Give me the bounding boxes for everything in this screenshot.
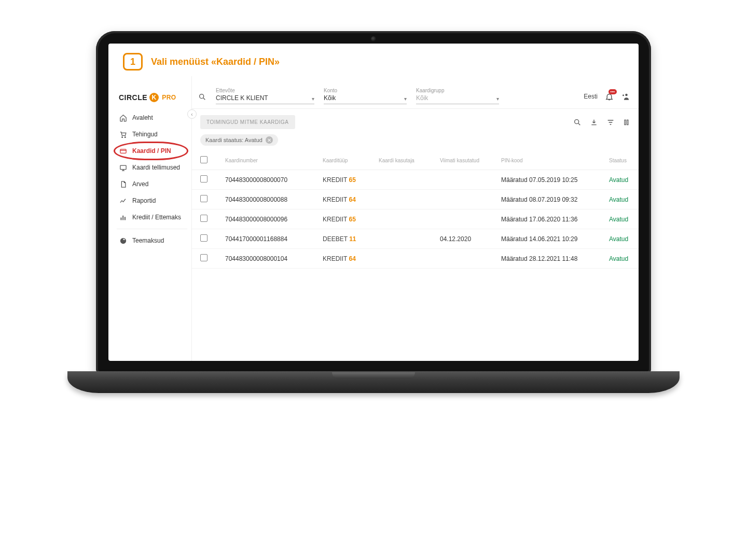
sidebar-item-arved[interactable]: Arved	[117, 176, 187, 192]
download-icon	[590, 118, 598, 127]
table-row[interactable]: 704483000008000070KREDIIT 65Määratud 07.…	[192, 170, 639, 190]
download-button[interactable]	[590, 118, 598, 127]
svg-rect-4	[120, 217, 121, 220]
filter-chip-remove[interactable]: ✕	[266, 136, 273, 144]
sidebar-item-label: Kaardi tellimused	[132, 164, 180, 171]
sidebar-item-kaardi-tellimused[interactable]: Kaardi tellimused	[117, 159, 187, 176]
brand-k-badge-icon: K	[149, 93, 159, 102]
callout-step-badge: 1	[123, 53, 143, 71]
sidebar-item-raportid[interactable]: Raportid	[117, 192, 187, 209]
row-checkbox[interactable]	[200, 254, 208, 261]
trend-icon	[119, 197, 127, 205]
toll-icon	[119, 236, 127, 245]
cell-number: 704483000008000070	[225, 176, 319, 184]
svg-point-7	[200, 94, 204, 99]
sidebar-item-label: Arved	[132, 180, 148, 188]
app-root: CIRCLE K PRO Avaleht Teh	[108, 76, 639, 361]
cell-pin: Määratud 28.12.2021 11:48	[501, 255, 605, 262]
notification-badge: •••	[608, 89, 617, 94]
table-row[interactable]: 704483000008000096KREDIIT 65Määratud 17.…	[192, 209, 639, 229]
sidebar-item-teemaksud[interactable]: Teemaksud	[117, 232, 187, 249]
svg-point-0	[121, 136, 122, 137]
account-select[interactable]: Konto Kõik ▾	[324, 88, 407, 104]
chevron-down-icon: ▾	[404, 96, 407, 102]
laptop-bezel: 1 Vali menüüst «Kaardid / PIN» CIRCLE K …	[96, 31, 651, 373]
columns-button[interactable]	[623, 118, 630, 127]
search-icon	[573, 118, 582, 127]
cell-number: 704483000008000096	[225, 216, 319, 223]
company-select-label: Ettevõte	[216, 88, 314, 93]
cart-icon	[119, 130, 127, 138]
filter-bar: Ettevõte CIRCLE K KLIENT ▾ Konto Kõik ▾ …	[192, 76, 639, 109]
table-header: Kaardinumber Kaarditüüp Kaardi kasutaja …	[192, 151, 639, 170]
table-row[interactable]: 704483000008000088KREDIIT 64Määratud 08.…	[192, 190, 639, 209]
row-checkbox[interactable]	[200, 215, 208, 222]
sidebar-item-avaleht[interactable]: Avaleht	[117, 109, 187, 126]
brand-pro: PRO	[162, 94, 176, 101]
cell-pin: Määratud 14.06.2021 10:29	[501, 235, 605, 243]
row-checkbox[interactable]	[200, 175, 208, 183]
account-button[interactable]	[621, 92, 630, 101]
row-checkbox[interactable]	[200, 234, 208, 242]
monitor-icon	[119, 163, 127, 172]
bulk-actions-button[interactable]: TOIMINGUD MITME KAARDIGA	[200, 115, 295, 129]
cell-type: KREDIIT 65	[323, 216, 375, 223]
cell-pin: Määratud 08.07.2019 09:32	[501, 196, 605, 203]
table-search-button[interactable]	[573, 118, 582, 127]
sidebar-item-label: Raportid	[132, 197, 156, 204]
svg-rect-2	[120, 149, 126, 153]
sidebar-item-tehingud[interactable]: Tehingud	[117, 126, 187, 143]
instruction-callout: 1 Vali menüüst «Kaardid / PIN»	[108, 44, 639, 76]
select-all-checkbox[interactable]	[200, 156, 208, 163]
col-type[interactable]: Kaarditüüp	[323, 158, 375, 163]
cell-number: 704483000008000088	[225, 196, 319, 203]
table-row[interactable]: 704417000001168884DEEBET 1104.12.2020Mää…	[192, 229, 639, 249]
col-user[interactable]: Kaardi kasutaja	[379, 158, 436, 163]
filter-chip-status: Kaardi staatus: Avatud ✕	[200, 134, 278, 146]
person-add-icon	[621, 92, 630, 101]
sidebar-item-kaardid-pin[interactable]: Kaardid / PIN	[117, 143, 187, 159]
cell-status: Avatud	[609, 255, 639, 262]
language-selector[interactable]: Eesti	[584, 93, 598, 100]
cell-type: KREDIIT 64	[323, 196, 375, 203]
cell-pin: Määratud 07.05.2019 10:25	[501, 176, 605, 184]
account-select-value: Kõik	[324, 93, 407, 103]
cardgroup-select[interactable]: Kaardigrupp Kõik ▾	[416, 88, 499, 104]
table-row[interactable]: 704483000008000104KREDIIT 64Määratud 28.…	[192, 249, 639, 269]
callout-text: Vali menüüst «Kaardid / PIN»	[151, 57, 280, 67]
search-icon	[198, 93, 206, 101]
svg-point-9	[575, 119, 579, 123]
search-button[interactable]	[198, 93, 206, 104]
sidebar-item-krediit-ettemaks[interactable]: Krediit / Ettemaks	[117, 209, 187, 226]
cell-pin: Määratud 17.06.2020 11:36	[501, 216, 605, 223]
document-icon	[119, 180, 127, 188]
chevron-left-icon: ‹	[191, 111, 192, 117]
chevron-down-icon: ▾	[312, 96, 314, 102]
cell-type: DEEBET 11	[323, 235, 375, 243]
toolbar-icons	[573, 118, 630, 127]
table-toolbar: TOIMINGUD MITME KAARDIGA	[192, 109, 639, 134]
sidebar-item-label: Kaardid / PIN	[132, 147, 171, 155]
col-pin[interactable]: PIN-kood	[501, 158, 605, 163]
company-select[interactable]: Ettevõte CIRCLE K KLIENT ▾	[216, 88, 314, 104]
sidebar-item-label: Tehingud	[132, 131, 158, 138]
active-filters: Kaardi staatus: Avatud ✕	[192, 134, 639, 151]
col-number[interactable]: Kaardinumber	[225, 158, 319, 163]
notifications-button[interactable]: •••	[605, 92, 614, 101]
cell-number: 704483000008000104	[225, 255, 319, 262]
col-last-used[interactable]: Viimati kasutatud	[440, 158, 497, 163]
svg-rect-11	[627, 120, 628, 124]
cardgroup-select-label: Kaardigrupp	[416, 88, 499, 93]
filter-button[interactable]	[606, 118, 615, 127]
header-actions: Eesti •••	[584, 92, 630, 104]
sidebar-collapse-button[interactable]: ‹	[187, 109, 197, 119]
col-status[interactable]: Staatus	[609, 158, 639, 163]
cards-table: Kaardinumber Kaarditüüp Kaardi kasutaja …	[192, 151, 639, 269]
row-checkbox[interactable]	[200, 195, 208, 202]
chevron-down-icon: ▾	[496, 96, 499, 102]
filter-icon	[606, 118, 615, 127]
screen: 1 Vali menüüst «Kaardid / PIN» CIRCLE K …	[108, 44, 639, 361]
camera-icon	[371, 36, 376, 41]
company-select-value: CIRCLE K KLIENT	[216, 93, 314, 103]
sidebar-item-label: Krediit / Ettemaks	[132, 214, 181, 221]
